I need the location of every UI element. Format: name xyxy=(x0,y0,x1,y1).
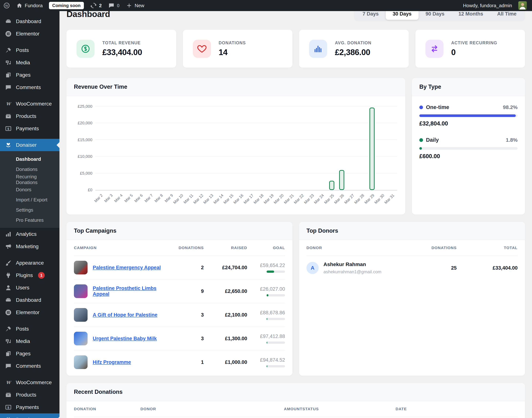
column-header: DONATION xyxy=(74,407,140,411)
sidebar-item-payments[interactable]: $Payments xyxy=(0,401,59,413)
revenue-bar-mar-25 xyxy=(329,181,334,190)
column-header: DONATIONS xyxy=(420,246,457,250)
sidebar-item-comments[interactable]: Comments xyxy=(0,81,59,93)
submenu-item-recurring-donations[interactable]: Recurring Donations xyxy=(0,174,59,185)
sidebar-item-pages[interactable]: Pages xyxy=(0,348,59,360)
avatar[interactable] xyxy=(518,1,527,10)
payments-icon: $ xyxy=(5,404,12,411)
campaign-raised: £2,650.00 xyxy=(204,289,247,294)
sidebar-item-label: Payments xyxy=(16,126,39,132)
donor-total: £33,404.00 xyxy=(457,265,518,271)
sidebar-item-label: Dashboard xyxy=(16,19,41,24)
submenu-item-import-export[interactable]: Import / Export xyxy=(0,195,59,205)
by-type-item-one-time: One-time 98.2% £32,804.00 xyxy=(419,104,518,127)
column-header: STATUS xyxy=(302,407,396,411)
sidebar-item-dashboard[interactable]: Dashboard xyxy=(0,15,59,28)
sidebar-item-woocommerce[interactable]: WWooCommerce xyxy=(0,98,59,110)
table-row: Hifz Programme1£1,000.00£94,874.52 xyxy=(74,350,285,374)
sidebar-item-plugins[interactable]: Plugins1 xyxy=(0,269,59,281)
sidebar-item-comments[interactable]: Comments xyxy=(0,360,59,372)
campaign-goal-amount: £88,678.86 xyxy=(247,310,285,316)
table-row: Palestine Prosthetic Limbs Appeal9£2,650… xyxy=(74,279,285,303)
submenu-item-dashboard[interactable]: Dashboard xyxy=(0,154,59,164)
campaign-progress-fill xyxy=(267,341,267,344)
revenue-chart-plot: £0£5,000£10,000£15,000£20,000£25,000 xyxy=(95,106,397,190)
sidebar-item-media[interactable]: Media xyxy=(0,56,59,69)
top-campaigns-panel: Top Campaigns CAMPAIGNDONATIONSRAISEDGOA… xyxy=(67,222,292,376)
sidebar-item-donaiser[interactable]: Donaiser xyxy=(0,139,59,151)
sidebar-item-elementor[interactable]: Elementor xyxy=(0,28,59,40)
table-row: AAshekur Rahmanashekurrahman1@gmail.com2… xyxy=(306,256,518,280)
campaign-link-hifz-programme[interactable]: Hifz Programme xyxy=(93,360,131,365)
pages-icon xyxy=(5,71,12,79)
table-row: #135871Ashekur Rahman£24,654.00Completed… xyxy=(74,417,518,418)
submenu-item-settings[interactable]: Settings xyxy=(0,205,59,215)
campaign-goal-amount: £26,027.00 xyxy=(247,286,285,292)
home-icon xyxy=(16,2,23,9)
sidebar-item-elementor[interactable]: Elementor xyxy=(0,306,59,319)
one-time-progress-track xyxy=(419,114,518,117)
admin-sidebar: DashboardElementorPostsMediaPagesComment… xyxy=(0,11,59,418)
sidebar-item-pages[interactable]: Pages xyxy=(0,69,59,81)
recent-donations-table: DONATIONDONORAMOUNTSTATUSDATE#135871Ashe… xyxy=(67,401,525,418)
new-content-menu[interactable]: New xyxy=(126,2,144,9)
stat-value: 0 xyxy=(451,48,497,57)
column-header: GOAL xyxy=(247,246,285,250)
table-row: A Gift of Hope for Palestine3£2,100.00£8… xyxy=(74,303,285,327)
bar-chart-icon xyxy=(309,40,327,58)
column-header: DONATIONS xyxy=(172,246,204,250)
sidebar-item-products[interactable]: Products xyxy=(0,389,59,401)
howdy-account-menu[interactable]: Howdy, fundora_admin xyxy=(463,3,512,9)
sidebar-item-marketing[interactable]: Marketing xyxy=(0,240,59,253)
repeat-icon xyxy=(425,40,443,58)
submenu-item-donations[interactable]: Donations xyxy=(0,164,59,174)
y-axis-tick-label: £25,000 xyxy=(75,104,92,109)
sidebar-item-analytics[interactable]: Analytics xyxy=(0,228,59,240)
column-header: AMOUNT xyxy=(236,407,302,411)
sidebar-item-media[interactable]: Media xyxy=(0,335,59,348)
campaign-goal: £97,412.88 xyxy=(247,329,285,348)
sidebar-item-payments[interactable]: $Payments xyxy=(0,122,59,135)
campaign-link-palestine-emergency-appeal[interactable]: Palestine Emergency Appeal xyxy=(93,265,161,270)
submenu-item-pro-features[interactable]: Pro Features xyxy=(0,215,59,225)
campaign-raised: £2,100.00 xyxy=(204,312,247,318)
comments-menu[interactable]: 0 xyxy=(108,2,120,9)
daily-dot-icon xyxy=(419,138,423,142)
donaiser-submenu: DashboardDonationsRecurring DonationsDon… xyxy=(0,151,59,228)
sidebar-menu-top: DashboardElementorPostsMediaPagesComment… xyxy=(0,15,59,135)
column-header: DONOR xyxy=(306,246,420,250)
updates-count: 2 xyxy=(99,3,102,9)
updates-menu[interactable]: 2 xyxy=(90,2,102,9)
campaign-link-urgent-palestine-baby-milk[interactable]: Urgent Palestine Baby Milk xyxy=(93,336,157,341)
by-type-item-daily: Daily 1.8% £600.00 xyxy=(419,137,518,160)
site-name-link[interactable]: Fundora xyxy=(16,2,43,9)
sidebar-item-posts[interactable]: Posts xyxy=(0,323,59,335)
sidebar-item-woocommerce[interactable]: WWooCommerce xyxy=(0,376,59,389)
campaign-goal-amount: £59,654.22 xyxy=(247,263,285,268)
sidebar-item-posts[interactable]: Posts xyxy=(0,44,59,56)
sidebar-menu-bottom: AnalyticsMarketingAppearancePlugins1User… xyxy=(0,228,59,418)
sidebar-item-donaiser[interactable]: Donaiser xyxy=(0,413,59,418)
sidebar-item-products[interactable]: Products xyxy=(0,110,59,122)
sidebar-item-users[interactable]: Users xyxy=(0,281,59,294)
sidebar-item-label: Elementor xyxy=(16,31,40,37)
submenu-item-donors[interactable]: Donors xyxy=(0,185,59,195)
wordpress-logo-icon[interactable]: W xyxy=(3,2,10,9)
sidebar-item-label: Payments xyxy=(16,404,39,410)
sidebar-item-label: Analytics xyxy=(16,231,37,237)
sidebar-item-label: Pages xyxy=(16,72,31,78)
revenue-bar-mar-26 xyxy=(339,170,344,190)
campaign-link-palestine-prosthetic-limbs-appeal[interactable]: Palestine Prosthetic Limbs Appeal xyxy=(93,286,172,297)
campaign-progress-fill xyxy=(267,270,274,273)
svg-text:$: $ xyxy=(7,406,9,409)
campaign-thumbnail xyxy=(74,355,88,369)
stats-grid: TOTAL REVENUE£33,404.00DONATIONS14AVG. D… xyxy=(67,30,525,68)
table-row: Palestine Emergency Appeal2£24,704.00£59… xyxy=(74,256,285,279)
pin-icon xyxy=(5,47,12,54)
sidebar-item-dashboard[interactable]: Dashboard xyxy=(0,294,59,306)
by-type-label: One-time xyxy=(426,104,449,110)
svg-text:W: W xyxy=(6,380,12,385)
sidebar-item-appearance[interactable]: Appearance xyxy=(0,257,59,269)
comments-count: 0 xyxy=(117,3,120,9)
campaign-link-a-gift-of-hope-for-palestine[interactable]: A Gift of Hope for Palestine xyxy=(93,312,157,318)
